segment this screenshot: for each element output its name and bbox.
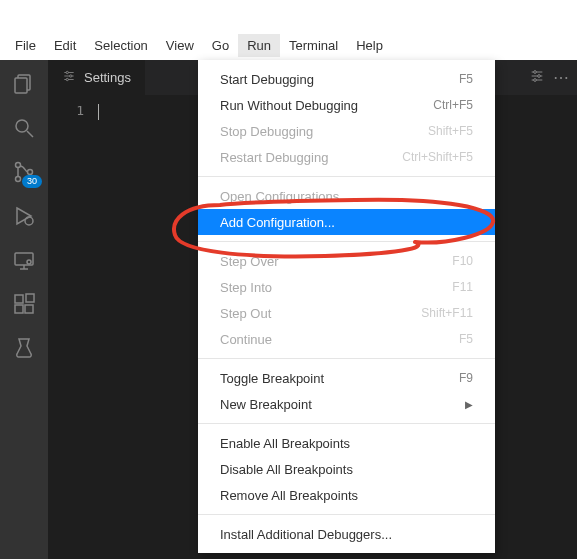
testing-icon[interactable] xyxy=(10,334,38,362)
svg-point-25 xyxy=(534,70,537,73)
svg-point-4 xyxy=(16,163,21,168)
window-titlebar xyxy=(0,0,577,30)
explorer-icon[interactable] xyxy=(10,70,38,98)
svg-rect-12 xyxy=(15,295,23,303)
menu-item-label: Restart Debugging xyxy=(220,150,328,165)
menu-item-shortcut: F10 xyxy=(452,254,473,268)
settings-tab-icon xyxy=(62,69,76,86)
menu-file[interactable]: File xyxy=(6,34,45,57)
activity-bar: 30 xyxy=(0,60,48,559)
line-number: 1 xyxy=(48,95,98,559)
remote-icon[interactable] xyxy=(10,246,38,274)
svg-point-7 xyxy=(25,217,33,225)
svg-point-19 xyxy=(66,71,68,73)
menu-item-label: Toggle Breakpoint xyxy=(220,371,324,386)
menubar: File Edit Selection View Go Run Terminal… xyxy=(0,30,577,60)
menu-item-label: Add Configuration... xyxy=(220,215,335,230)
menu-separator xyxy=(198,514,495,515)
menu-item-shortcut: F5 xyxy=(459,72,473,86)
menu-item-label: Step Over xyxy=(220,254,279,269)
svg-point-26 xyxy=(538,74,541,77)
extensions-icon[interactable] xyxy=(10,290,38,318)
menu-item-label: Stop Debugging xyxy=(220,124,313,139)
menu-separator xyxy=(198,423,495,424)
run-debug-icon[interactable] xyxy=(10,202,38,230)
menu-item-open-configurations: Open Configurations xyxy=(198,183,495,209)
menu-item-label: Open Configurations xyxy=(220,189,339,204)
menu-item-label: Continue xyxy=(220,332,272,347)
menu-separator xyxy=(198,176,495,177)
svg-point-27 xyxy=(534,78,537,81)
menu-separator xyxy=(198,241,495,242)
menu-item-add-configuration[interactable]: Add Configuration... xyxy=(198,209,495,235)
menu-item-label: Step Into xyxy=(220,280,272,295)
svg-point-6 xyxy=(28,170,33,175)
menu-item-shortcut: Shift+F11 xyxy=(421,306,473,320)
menu-item-disable-all-breakpoints[interactable]: Disable All Breakpoints xyxy=(198,456,495,482)
menu-help[interactable]: Help xyxy=(347,34,392,57)
svg-point-20 xyxy=(70,75,72,77)
svg-point-5 xyxy=(16,177,21,182)
svg-line-3 xyxy=(27,131,33,137)
source-control-badge: 30 xyxy=(22,175,42,188)
menu-item-step-over: Step OverF10 xyxy=(198,248,495,274)
menu-item-run-without-debugging[interactable]: Run Without DebuggingCtrl+F5 xyxy=(198,92,495,118)
menu-item-enable-all-breakpoints[interactable]: Enable All Breakpoints xyxy=(198,430,495,456)
svg-point-21 xyxy=(66,78,68,80)
more-actions-icon[interactable]: ⋯ xyxy=(553,68,569,87)
menu-item-label: New Breakpoint xyxy=(220,397,312,412)
menu-item-shortcut: F11 xyxy=(452,280,473,294)
menu-go[interactable]: Go xyxy=(203,34,238,57)
menu-item-label: Start Debugging xyxy=(220,72,314,87)
run-menu-dropdown: Start DebuggingF5Run Without DebuggingCt… xyxy=(198,60,495,553)
svg-rect-15 xyxy=(26,294,34,302)
svg-point-2 xyxy=(16,120,28,132)
menu-terminal[interactable]: Terminal xyxy=(280,34,347,57)
menu-item-label: Enable All Breakpoints xyxy=(220,436,350,451)
search-icon[interactable] xyxy=(10,114,38,142)
menu-selection[interactable]: Selection xyxy=(85,34,156,57)
menu-item-shortcut: Ctrl+F5 xyxy=(433,98,473,112)
svg-rect-1 xyxy=(15,78,27,93)
menu-view[interactable]: View xyxy=(157,34,203,57)
submenu-arrow-icon: ▶ xyxy=(465,399,473,410)
menu-item-step-into: Step IntoF11 xyxy=(198,274,495,300)
editor-cursor xyxy=(98,104,99,120)
menu-item-shortcut: F9 xyxy=(459,371,473,385)
menu-item-label: Step Out xyxy=(220,306,271,321)
menu-run[interactable]: Run xyxy=(238,34,280,57)
svg-rect-13 xyxy=(15,305,23,313)
menu-item-start-debugging[interactable]: Start DebuggingF5 xyxy=(198,66,495,92)
menu-item-remove-all-breakpoints[interactable]: Remove All Breakpoints xyxy=(198,482,495,508)
menu-item-install-additional-debuggers[interactable]: Install Additional Debuggers... xyxy=(198,521,495,547)
tab-actions: ⋯ xyxy=(529,60,577,95)
svg-point-11 xyxy=(27,260,31,264)
svg-rect-14 xyxy=(25,305,33,313)
tab-title: Settings xyxy=(84,70,131,85)
menu-item-label: Remove All Breakpoints xyxy=(220,488,358,503)
menu-item-new-breakpoint[interactable]: New Breakpoint▶ xyxy=(198,391,495,417)
menu-item-restart-debugging: Restart DebuggingCtrl+Shift+F5 xyxy=(198,144,495,170)
menu-item-shortcut: Ctrl+Shift+F5 xyxy=(402,150,473,164)
source-control-icon[interactable]: 30 xyxy=(10,158,38,186)
menu-item-step-out: Step OutShift+F11 xyxy=(198,300,495,326)
menu-item-shortcut: Shift+F5 xyxy=(428,124,473,138)
menu-item-label: Disable All Breakpoints xyxy=(220,462,353,477)
menu-separator xyxy=(198,358,495,359)
menu-item-toggle-breakpoint[interactable]: Toggle BreakpointF9 xyxy=(198,365,495,391)
menu-item-label: Run Without Debugging xyxy=(220,98,358,113)
menu-edit[interactable]: Edit xyxy=(45,34,85,57)
editor-settings-icon[interactable] xyxy=(529,68,545,88)
menu-item-stop-debugging: Stop DebuggingShift+F5 xyxy=(198,118,495,144)
tab-settings[interactable]: Settings xyxy=(48,60,145,95)
menu-item-label: Install Additional Debuggers... xyxy=(220,527,392,542)
menu-item-shortcut: F5 xyxy=(459,332,473,346)
menu-item-continue: ContinueF5 xyxy=(198,326,495,352)
